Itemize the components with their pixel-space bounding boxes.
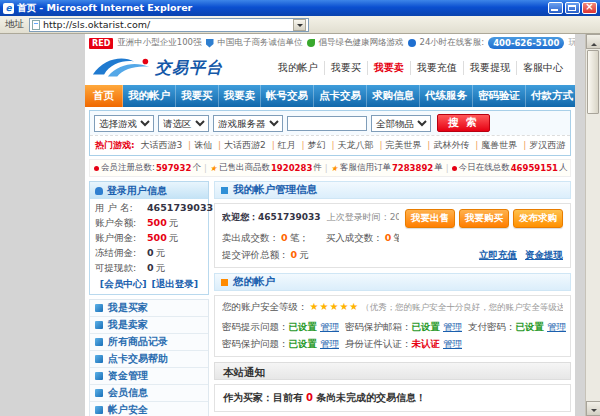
hot-game-link[interactable]: 红月 xyxy=(269,140,296,150)
nav-payment-method[interactable]: 付款方式 xyxy=(526,85,575,107)
minimize-button[interactable] xyxy=(548,2,563,14)
welcome-line: 欢迎您：4651739033上次登录时间：2013-7-28 22:36:24 xyxy=(222,211,399,224)
menu-bullet-icon xyxy=(95,321,103,329)
close-button[interactable] xyxy=(582,2,597,14)
top-nav-my-account[interactable]: 我的帐户 xyxy=(272,61,325,75)
hot-game-link[interactable]: 天龙八部 xyxy=(329,140,374,150)
hot-game-link[interactable]: 魔兽世界 xyxy=(472,140,517,150)
hot-game-link[interactable]: 罗汉西游 xyxy=(520,140,565,150)
sidebar-item-funds[interactable]: 资金管理 xyxy=(90,368,208,385)
nav-account-trade[interactable]: 帐号交易 xyxy=(261,85,314,107)
manage-link[interactable]: 管理 xyxy=(547,321,566,332)
item-type-select[interactable]: 全部物品 xyxy=(371,115,431,132)
your-account-header: 您的帐户 xyxy=(214,273,571,291)
browser-window: 首页 - Microsoft Internet Explorer 地址 http… xyxy=(0,0,600,416)
menu-bullet-icon xyxy=(95,389,103,397)
nav-my-account[interactable]: 我的帐户 xyxy=(123,85,176,107)
top-nav-service[interactable]: 客服中心 xyxy=(517,61,569,75)
red-badge: RED xyxy=(89,38,113,49)
site-stats-bar: 会员注册总数:597932个 已售出商品数1920283件 客服信用订单7283… xyxy=(89,159,571,177)
account-section-header: 我的帐户管理信息 xyxy=(214,181,571,199)
address-input[interactable]: http://sls.oktarist.com/ xyxy=(29,18,309,32)
notice-text: 倡导绿色健康网络游戏 xyxy=(319,37,404,49)
nav-home[interactable]: 首页 xyxy=(85,85,123,107)
buyer-notice: 作为买家：目前有0条尚未完成的交易信息！ xyxy=(214,384,571,412)
manage-link[interactable]: 管理 xyxy=(320,321,339,332)
site-notice-header: 本站通知 xyxy=(214,362,571,380)
zone-select[interactable]: 请选区 xyxy=(158,115,209,132)
vertical-scrollbar[interactable] xyxy=(585,34,600,416)
page-icon xyxy=(32,20,40,30)
site-logo[interactable]: 交易平台 xyxy=(91,55,223,81)
user-icon xyxy=(95,187,103,195)
nav-sell[interactable]: 我要卖 xyxy=(219,85,262,107)
user-info-panel: 登录用户信息 用 户 名:4651739033 账户余额:500元 账户佣金:5… xyxy=(89,181,209,295)
post-wanted-button[interactable]: 发布求购 xyxy=(513,209,563,228)
nav-card-trade[interactable]: 点卡交易 xyxy=(314,85,367,107)
server-select[interactable]: 游戏服务器 xyxy=(213,115,283,132)
user-panel-links: [会员中心] [退出登录] xyxy=(95,276,203,291)
game-select[interactable]: 选择游戏 xyxy=(94,115,154,132)
member-center-link[interactable]: [会员中心] xyxy=(100,278,147,291)
withdraw-link[interactable]: 资金提现 xyxy=(525,249,563,262)
stat-item: 已售出商品数1920283件 xyxy=(201,162,322,174)
menu-bullet-icon xyxy=(95,338,103,346)
scrollbar-thumb[interactable] xyxy=(587,50,599,114)
user-row: 账户佣金:500元 xyxy=(95,231,203,246)
page: RED 亚洲中小型企业100强 中国电子商务诚信单位 倡导绿色健康网络游戏 24… xyxy=(85,34,575,416)
hot-game-link[interactable]: 大话西游3 xyxy=(140,140,182,150)
hot-game-link[interactable]: 完美世界 xyxy=(376,140,421,150)
window-controls xyxy=(548,2,597,14)
logout-link[interactable]: [退出登录] xyxy=(152,278,199,291)
top-notice-bar: RED 亚洲中小型企业100强 中国电子商务诚信单位 倡导绿色健康网络游戏 24… xyxy=(85,34,575,51)
manage-link[interactable]: 管理 xyxy=(320,338,339,349)
stat-item: 今日在线总数46959151人 xyxy=(443,162,568,174)
top-nav-buy[interactable]: 我要买 xyxy=(325,61,368,75)
user-panel-header: 登录用户信息 xyxy=(90,182,208,199)
nav-buy[interactable]: 我要买 xyxy=(176,85,219,107)
hot-game-link[interactable]: 诛仙 xyxy=(185,140,212,150)
nav-leveling-service[interactable]: 代练服务 xyxy=(420,85,473,107)
sidebar-item-all-products[interactable]: 所有商品记录 xyxy=(90,334,208,351)
site-header: 交易平台 我的帐户 我要买 我要卖 我要充值 我要提现 客服中心 xyxy=(85,51,575,85)
security-items-grid: 密码提示问题：已设置管理 密码保护邮箱：已设置管理 支付密码：已设置管理 密码保… xyxy=(222,321,563,351)
address-bar: 地址 http://sls.oktarist.com/ xyxy=(0,16,600,34)
sidebar-item-buyer[interactable]: 我是买家 xyxy=(90,300,208,317)
sidebar-item-account-security[interactable]: 帐户安全 xyxy=(90,402,208,416)
search-button[interactable]: 搜 索 xyxy=(437,114,490,132)
url-text: http://sls.oktarist.com/ xyxy=(43,19,290,30)
address-dropdown-icon[interactable] xyxy=(293,19,306,31)
address-label: 地址 xyxy=(5,18,24,31)
green-cert-icon xyxy=(307,39,315,47)
manage-link[interactable]: 管理 xyxy=(443,321,462,332)
search-panel: 选择游戏 请选区 游戏服务器 全部物品 搜 索 热门游戏: 大话西游3 诛仙 大… xyxy=(89,110,571,156)
nav-password-verify[interactable]: 密码验证 xyxy=(473,85,526,107)
hot-game-link[interactable]: 大话西游2 xyxy=(215,140,266,150)
top-nav-withdraw[interactable]: 我要提现 xyxy=(464,61,517,75)
fund-links: 立即充值 资金提现 xyxy=(479,249,563,262)
account-security-box: 您的账户安全等级：★★★★★（优秀；您的账户安全十分良好，您的账户安全等级达到最… xyxy=(214,295,571,357)
scroll-up-icon[interactable] xyxy=(586,34,600,49)
buy-button[interactable]: 我要购买 xyxy=(459,209,509,228)
sidebar-item-seller[interactable]: 我是卖家 xyxy=(90,317,208,334)
hot-game-link[interactable]: 传奇 xyxy=(568,140,570,150)
logo-text: 交易平台 xyxy=(155,58,223,79)
hot-game-link[interactable]: 梦幻 xyxy=(299,140,326,150)
nav-wanted-info[interactable]: 求购信息 xyxy=(367,85,420,107)
maximize-button[interactable] xyxy=(565,2,580,14)
keyword-input[interactable] xyxy=(287,116,367,131)
recharge-link[interactable]: 立即充值 xyxy=(479,249,517,262)
hot-game-link[interactable]: 武林外传 xyxy=(424,140,469,150)
site-logo-icon xyxy=(91,55,151,81)
browser-viewport: RED 亚洲中小型企业100强 中国电子商务诚信单位 倡导绿色健康网络游戏 24… xyxy=(0,34,600,416)
sell-button[interactable]: 我要出售 xyxy=(405,209,455,228)
user-row: 冻结佣金:0元 xyxy=(95,246,203,261)
top-nav-recharge[interactable]: 我要充值 xyxy=(411,61,464,75)
sidebar-item-card-trade-help[interactable]: 点卡交易帮助 xyxy=(90,351,208,368)
menu-bullet-icon xyxy=(95,355,103,363)
top-nav-sell[interactable]: 我要卖 xyxy=(368,61,411,75)
scroll-down-icon[interactable] xyxy=(586,401,600,416)
sidebar-item-member-info[interactable]: 会员信息 xyxy=(90,385,208,402)
welcome-left: 欢迎您：4651739033上次登录时间：2013-7-28 22:36:24 … xyxy=(222,209,399,262)
manage-link[interactable]: 管理 xyxy=(443,338,462,349)
